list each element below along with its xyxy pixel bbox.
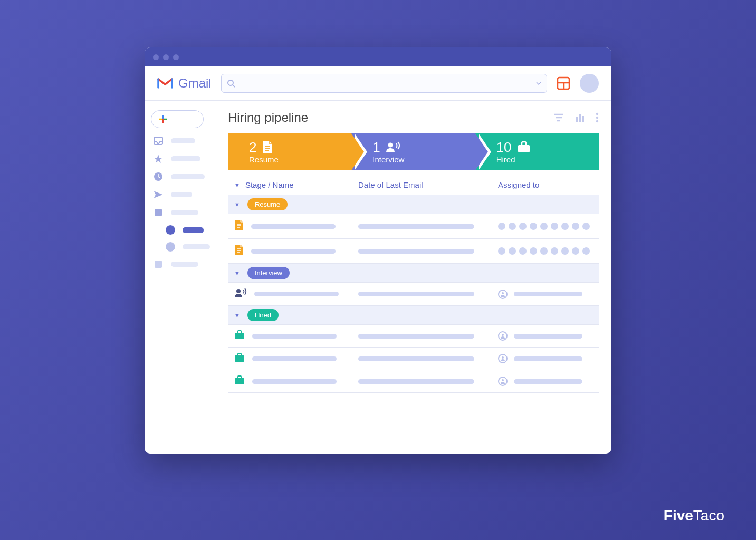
document-icon: [262, 140, 273, 154]
main-content: Hiring pipeline: [228, 101, 611, 453]
svg-point-40: [502, 379, 504, 381]
column-stage-name[interactable]: Stage / Name: [245, 180, 294, 189]
group-pill: Hired: [247, 309, 279, 321]
table-row[interactable]: [228, 239, 599, 264]
svg-point-25: [388, 142, 393, 147]
svg-rect-26: [518, 145, 530, 152]
chevron-down-icon[interactable]: [536, 82, 541, 85]
assigned-user: [498, 354, 592, 363]
sidebar-item-inbox[interactable]: [151, 136, 222, 146]
group-header-resume[interactable]: ▼Resume: [228, 195, 599, 214]
collapse-caret-icon: ▼: [234, 201, 240, 208]
stage-interview[interactable]: 1 Interview: [351, 133, 475, 170]
assigned-user: [498, 331, 592, 341]
person-voice-icon: [386, 141, 400, 153]
compose-button[interactable]: [151, 110, 204, 128]
sidebar-item-snoozed[interactable]: [151, 171, 222, 182]
svg-point-36: [502, 334, 504, 336]
layout-icon[interactable]: [557, 76, 570, 90]
svg-point-38: [502, 356, 504, 359]
svg-point-0: [228, 80, 233, 85]
search-input[interactable]: [240, 79, 532, 88]
window-control-close[interactable]: [153, 54, 159, 60]
sort-caret-icon[interactable]: ▼: [234, 182, 240, 188]
filter-icon[interactable]: [553, 113, 564, 122]
chart-icon[interactable]: [575, 113, 585, 122]
person-voice-icon: [234, 288, 247, 300]
branding: FiveTaco: [664, 507, 724, 524]
user-icon: [498, 290, 508, 299]
app-name: Gmail: [178, 76, 212, 91]
table-row[interactable]: [228, 370, 599, 393]
window-titlebar: [145, 47, 611, 66]
sidebar-subitem-2[interactable]: [151, 242, 222, 252]
stage-count: 10: [496, 140, 512, 154]
svg-rect-17: [579, 114, 581, 122]
group-pill: Interview: [247, 267, 290, 279]
page-title: Hiring pipeline: [228, 110, 553, 125]
svg-rect-11: [155, 209, 162, 216]
table-row[interactable]: [228, 348, 599, 370]
group-header-hired[interactable]: ▼Hired: [228, 306, 599, 325]
assigned-avatars: [498, 223, 592, 230]
search-icon: [227, 79, 235, 88]
stage-label: Hired: [496, 155, 599, 164]
stage-hired[interactable]: 10 Hired: [475, 133, 599, 170]
document-icon: [234, 219, 244, 233]
stage-count: 2: [249, 140, 256, 154]
briefcase-icon: [234, 330, 245, 342]
stage-count: 1: [372, 140, 380, 154]
gmail-icon: [157, 77, 173, 90]
assigned-user: [498, 290, 592, 299]
svg-point-19: [596, 113, 598, 115]
sidebar: [145, 101, 228, 453]
sidebar-item-label-2[interactable]: [151, 259, 222, 269]
svg-point-21: [596, 120, 598, 122]
user-icon: [498, 331, 508, 341]
stage-label: Interview: [372, 155, 475, 164]
pipeline-stages: 2 Resume 1: [228, 133, 599, 170]
sidebar-item-starred[interactable]: [151, 153, 222, 164]
square-icon: [153, 259, 164, 269]
document-icon: [234, 244, 244, 258]
svg-rect-39: [235, 378, 244, 384]
svg-rect-12: [155, 261, 162, 268]
sidebar-subitem-1[interactable]: [151, 225, 222, 235]
stage-label: Resume: [249, 155, 351, 164]
svg-rect-37: [235, 355, 244, 362]
svg-rect-16: [576, 117, 578, 122]
column-date[interactable]: Date of Last Email: [358, 180, 498, 189]
star-icon: [153, 153, 164, 164]
svg-point-33: [236, 289, 241, 293]
brand-a: Five: [664, 507, 693, 524]
more-icon[interactable]: [596, 112, 599, 123]
inbox-icon: [153, 136, 164, 146]
app-header: Gmail: [145, 66, 611, 101]
clock-icon: [153, 171, 164, 182]
briefcase-icon: [517, 141, 531, 153]
send-icon: [153, 189, 164, 200]
table-row[interactable]: [228, 283, 599, 306]
search-bar[interactable]: [221, 74, 547, 93]
window-control-max[interactable]: [173, 54, 179, 60]
logo: Gmail: [157, 76, 212, 91]
app-window: Gmail: [145, 47, 611, 454]
table-header: ▼ Stage / Name Date of Last Email Assign…: [228, 175, 599, 195]
user-icon: [498, 354, 508, 363]
table-row[interactable]: [228, 214, 599, 239]
window-control-min[interactable]: [163, 54, 169, 60]
svg-line-1: [233, 85, 235, 87]
stage-resume[interactable]: 2 Resume: [228, 133, 351, 170]
square-icon: [153, 207, 164, 218]
brand-b: Taco: [693, 507, 724, 524]
sidebar-item-label[interactable]: [151, 207, 222, 218]
plus-icon: [159, 115, 167, 123]
group-header-interview[interactable]: ▼Interview: [228, 264, 599, 283]
svg-point-34: [502, 292, 504, 294]
group-pill: Resume: [247, 198, 288, 210]
collapse-caret-icon: ▼: [234, 270, 240, 276]
avatar[interactable]: [580, 74, 599, 93]
sidebar-item-sent[interactable]: [151, 189, 222, 200]
column-assigned[interactable]: Assigned to: [498, 180, 599, 189]
table-row[interactable]: [228, 325, 599, 348]
